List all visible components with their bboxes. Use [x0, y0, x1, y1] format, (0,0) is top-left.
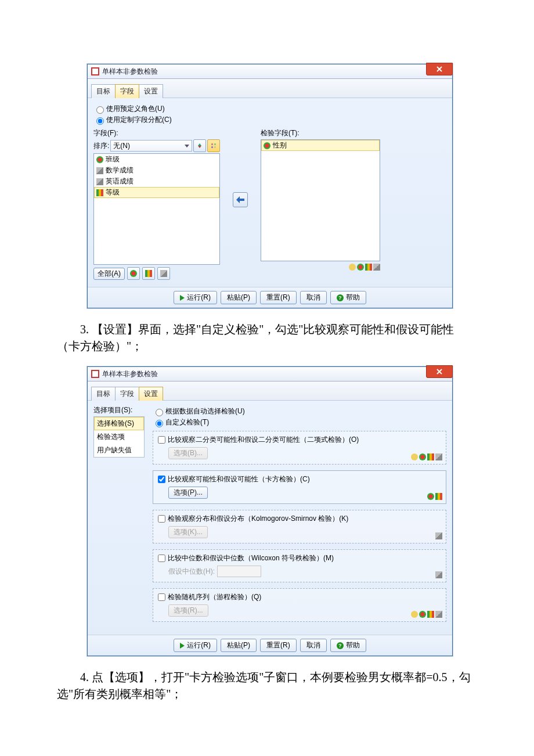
chk-ks-input[interactable]	[158, 515, 165, 523]
radio-custom-test[interactable]: 自定义检验(T)	[153, 417, 446, 427]
list-item[interactable]: 数学成绩	[94, 165, 219, 176]
chk-wilcoxon-label: 比较中位数和假设中位数（Wilcoxon 符号秩检验）(M)	[168, 553, 334, 563]
paste-button[interactable]: 粘贴(P)	[221, 291, 257, 304]
chk-chisquare-input[interactable]	[158, 476, 165, 483]
help-icon: ?	[337, 642, 344, 649]
list-item-label: 数学成绩	[106, 165, 134, 175]
cancel-button[interactable]: 取消	[300, 639, 327, 652]
side-item-select-tests[interactable]: 选择检验(S)	[94, 417, 144, 430]
list-item[interactable]: 性别	[261, 140, 380, 151]
window-title: 单样本非参数检验	[102, 67, 158, 77]
type-icon	[349, 264, 356, 271]
sort-dropdown[interactable]: 无(N)	[110, 140, 192, 152]
chisquare-options-button[interactable]: 选项(P)...	[168, 487, 208, 499]
close-button[interactable]	[426, 63, 453, 75]
close-button[interactable]	[426, 365, 453, 378]
cancel-button[interactable]: 取消	[300, 291, 327, 304]
paste-button[interactable]: 粘贴(P)	[221, 639, 257, 652]
radio-custom-input[interactable]	[96, 117, 104, 125]
button-bar: 运行(R) 粘贴(P) 重置(R) 取消 ?帮助	[88, 635, 452, 656]
tab-objective[interactable]: 目标	[91, 84, 116, 98]
side-item-test-options[interactable]: 检验选项	[94, 430, 144, 444]
settings-side-list[interactable]: 选择检验(S) 检验选项 用户缺失值	[93, 416, 145, 458]
chk-wilcoxon-input[interactable]	[158, 555, 165, 562]
filter-nominal-button[interactable]	[127, 267, 140, 280]
opt-binomial: 比较观察二分类可能性和假设二分类可能性（二项式检验）(O) 选项(B)...	[153, 431, 446, 465]
filter-ordinal-button[interactable]	[142, 267, 155, 280]
nominal-icon	[96, 156, 103, 163]
tab-settings[interactable]: 设置	[139, 387, 163, 401]
radio-predef-input[interactable]	[96, 106, 104, 114]
tab-fields[interactable]: 字段	[115, 84, 139, 98]
nominal-icon	[427, 493, 434, 500]
radio-predefined-roles[interactable]: 使用预定义角色(U)	[93, 104, 446, 114]
fields-label: 字段(F):	[93, 128, 220, 138]
help-button[interactable]: ?帮助	[330, 291, 366, 304]
button-bar: 运行(R) 粘贴(P) 重置(R) 取消 ?帮助	[88, 287, 452, 308]
run-button[interactable]: 运行(R)	[174, 639, 217, 652]
chk-chisquare[interactable]: 比较观察可能性和假设可能性（卡方检验）(C)	[158, 474, 441, 484]
tab-settings[interactable]: 设置	[139, 84, 163, 98]
type-icon	[411, 453, 418, 460]
type-icon	[411, 611, 418, 618]
tab-strip: 目标 字段 设置	[88, 79, 452, 98]
reset-button[interactable]: 重置(R)	[260, 639, 297, 652]
titlebar: 单样本非参数检验	[88, 64, 452, 79]
transfer-button[interactable]	[233, 192, 248, 207]
list-item[interactable]: 班级	[94, 154, 219, 165]
list-item-label: 等级	[106, 188, 120, 197]
chk-wilcoxon[interactable]: 比较中位数和假设中位数（Wilcoxon 符号秩检验）(M)	[158, 553, 441, 563]
chk-runs[interactable]: 检验随机序列（游程检验）(Q)	[158, 592, 441, 602]
side-item-missing[interactable]: 用户缺失值	[94, 444, 144, 457]
window-title: 单样本非参数检验	[102, 369, 158, 379]
close-icon	[436, 369, 442, 375]
test-fields-label: 检验字段(T):	[261, 128, 380, 138]
help-button[interactable]: ?帮助	[330, 639, 366, 652]
radio-custom-test-label: 自定义检验(T)	[165, 417, 209, 427]
radio-auto-test[interactable]: 根据数据自动选择检验(U)	[153, 406, 446, 416]
sort-asc-button[interactable]	[193, 139, 206, 152]
svg-rect-3	[214, 146, 216, 148]
chk-ks[interactable]: 检验观察分布和假设分布（Kolmogorov-Smirnov 检验）(K)	[158, 514, 441, 524]
tab-strip: 目标 字段 设置	[88, 381, 452, 401]
run-button[interactable]: 运行(R)	[174, 291, 217, 304]
nominal-icon	[419, 453, 426, 460]
close-icon	[436, 66, 442, 72]
chk-binomial[interactable]: 比较观察二分类可能性和假设二分类可能性（二项式检验）(O)	[158, 435, 441, 445]
chk-runs-input[interactable]	[158, 593, 165, 601]
filter-scale-button[interactable]	[157, 267, 170, 280]
svg-rect-2	[211, 146, 213, 148]
help-icon: ?	[337, 294, 344, 301]
play-icon	[180, 643, 185, 649]
scale-icon	[373, 264, 380, 271]
radio-custom-roles[interactable]: 使用定制字段分配(C)	[93, 115, 446, 125]
select-all-button[interactable]: 全部(A)	[93, 268, 125, 280]
nominal-icon	[419, 611, 426, 618]
fields-list[interactable]: 班级 数学成绩 英语成绩 等级	[93, 153, 220, 265]
tab-fields[interactable]: 字段	[115, 387, 139, 401]
ordinal-icon	[435, 493, 442, 500]
chevron-down-icon	[185, 145, 189, 147]
radio-custom-test-input[interactable]	[156, 420, 163, 427]
radio-auto-label: 根据数据自动选择检验(U)	[165, 406, 245, 416]
chk-ks-label: 检验观察分布和假设分布（Kolmogorov-Smirnov 检验）(K)	[168, 514, 348, 524]
test-fields-list[interactable]: 性别	[261, 139, 380, 261]
titlebar: 单样本非参数检验	[88, 367, 452, 381]
svg-rect-0	[211, 143, 213, 145]
radio-auto-input[interactable]	[156, 409, 163, 416]
chk-binomial-input[interactable]	[158, 436, 165, 444]
dialog-settings: 单样本非参数检验 www.bdocx.com 目标 字段 设置 选择项目(S):…	[87, 366, 453, 656]
ordinal-icon	[427, 453, 434, 460]
nominal-icon	[264, 142, 270, 149]
select-item-label: 选择项目(S):	[93, 405, 145, 415]
reset-button[interactable]: 重置(R)	[260, 291, 297, 304]
list-item[interactable]: 等级	[94, 187, 219, 198]
opt-runs: 检验随机序列（游程检验）(Q) 选项(R)...	[153, 588, 446, 622]
tab-objective[interactable]: 目标	[91, 387, 116, 401]
play-icon	[180, 295, 185, 301]
opt-ks: 检验观察分布和假设分布（Kolmogorov-Smirnov 检验）(K) 选项…	[153, 510, 446, 543]
list-item[interactable]: 英语成绩	[94, 176, 219, 187]
sort-grid-button[interactable]	[207, 139, 220, 152]
paragraph-step-3: 3. 【设置】界面，选择"自定义检验"，勾选"比较观察可能性和假设可能性（卡方检…	[57, 321, 477, 355]
paragraph-step-4: 4. 点【选项】，打开"卡方检验选项"子窗口，本例要检验男女概率都=0.5，勾选…	[57, 669, 477, 703]
